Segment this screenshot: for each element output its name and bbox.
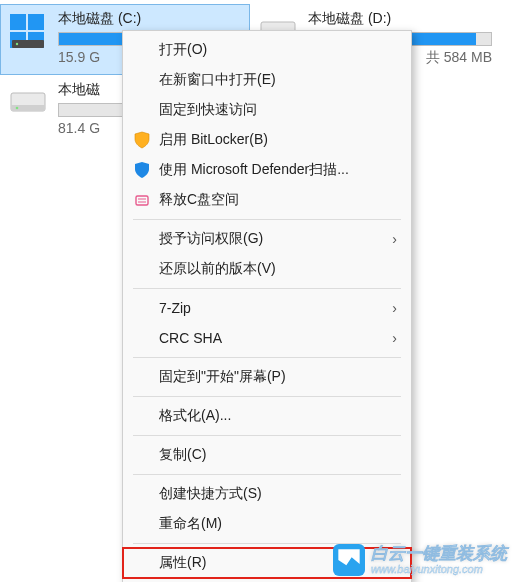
- menu-separator: [133, 219, 401, 220]
- menu-separator: [133, 435, 401, 436]
- menu-open[interactable]: 打开(O): [123, 35, 411, 65]
- svg-rect-12: [136, 196, 148, 205]
- menu-separator: [133, 288, 401, 289]
- watermark: 白云一键重装系统 www.baiyunxitong.com: [333, 544, 507, 576]
- svg-point-11: [16, 107, 19, 110]
- chevron-right-icon: ›: [392, 330, 397, 346]
- menu-separator: [133, 474, 401, 475]
- menu-defender-scan[interactable]: 使用 Microsoft Defender扫描...: [123, 155, 411, 185]
- chevron-right-icon: ›: [392, 300, 397, 316]
- shield-icon: [133, 131, 151, 149]
- chevron-right-icon: ›: [392, 231, 397, 247]
- menu-7zip[interactable]: 7-Zip ›: [123, 293, 411, 323]
- defender-icon: [133, 161, 151, 179]
- svg-rect-1: [28, 14, 44, 30]
- menu-rename[interactable]: 重命名(M): [123, 509, 411, 539]
- watermark-url: www.baiyunxitong.com: [371, 563, 507, 575]
- menu-pin-start[interactable]: 固定到"开始"屏幕(P): [123, 362, 411, 392]
- watermark-logo-icon: [333, 544, 365, 576]
- menu-grant-access[interactable]: 授予访问权限(G) ›: [123, 224, 411, 254]
- menu-previous-versions[interactable]: 还原以前的版本(V): [123, 254, 411, 284]
- os-drive-icon: [8, 10, 48, 50]
- menu-separator: [133, 396, 401, 397]
- watermark-title: 白云一键重装系统: [371, 545, 507, 564]
- context-menu: 打开(O) 在新窗口中打开(E) 固定到快速访问 启用 BitLocker(B)…: [122, 30, 412, 582]
- svg-point-5: [16, 43, 18, 45]
- menu-copy[interactable]: 复制(C): [123, 440, 411, 470]
- drive-name: 本地磁盘 (D:): [308, 10, 492, 28]
- disk-drive-icon: [8, 81, 48, 121]
- menu-free-c-space[interactable]: 释放C盘空间: [123, 185, 411, 215]
- svg-rect-0: [10, 14, 26, 30]
- menu-separator: [133, 357, 401, 358]
- menu-pin-quick-access[interactable]: 固定到快速访问: [123, 95, 411, 125]
- menu-open-new-window[interactable]: 在新窗口中打开(E): [123, 65, 411, 95]
- drive-name: 本地磁盘 (C:): [58, 10, 242, 28]
- cleanup-icon: [133, 191, 151, 209]
- menu-create-shortcut[interactable]: 创建快捷方式(S): [123, 479, 411, 509]
- menu-bitlocker[interactable]: 启用 BitLocker(B): [123, 125, 411, 155]
- menu-format[interactable]: 格式化(A)...: [123, 401, 411, 431]
- menu-crc-sha[interactable]: CRC SHA ›: [123, 323, 411, 353]
